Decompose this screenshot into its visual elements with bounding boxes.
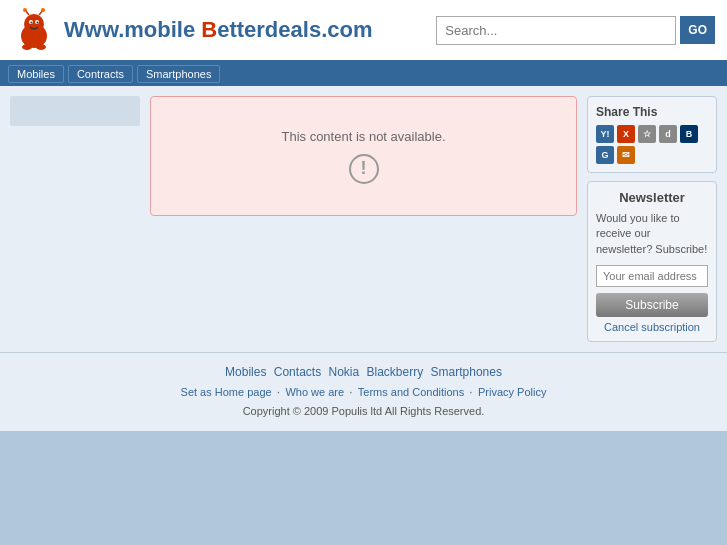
newsletter-title: Newsletter	[596, 190, 708, 205]
left-sidebar	[10, 96, 140, 126]
search-input[interactable]	[436, 16, 676, 45]
yahoo-share-icon[interactable]: Y!	[596, 125, 614, 143]
copyright-text: Copyright © 2009 Populis ltd All Rights …	[10, 405, 717, 417]
svg-point-7	[23, 8, 27, 12]
star-share-icon[interactable]: ☆	[638, 125, 656, 143]
svg-point-4	[31, 22, 33, 24]
footer-link-blackberry[interactable]: Blackberry	[367, 365, 424, 379]
newsletter-box: Newsletter Would you like to receive our…	[587, 181, 717, 342]
footer-link-mobiles[interactable]: Mobiles	[225, 365, 266, 379]
email-share-icon[interactable]: ✉	[617, 146, 635, 164]
blue-share-icon[interactable]: B	[680, 125, 698, 143]
logo-area: Www.mobile Betterdeals.com	[12, 8, 372, 52]
right-sidebar: Share This Y! X ☆ d B G ✉ Newsletter Wou…	[587, 96, 717, 342]
svg-point-9	[41, 8, 45, 12]
svg-point-11	[36, 44, 46, 50]
footer-home-link[interactable]: Set as Home page	[181, 386, 272, 398]
logo-prefix: Www.mobile	[64, 17, 201, 42]
search-area: GO	[436, 16, 715, 45]
cancel-subscription-link[interactable]: Cancel subscription	[596, 321, 708, 333]
footer-nav: Mobiles Contacts Nokia Blackberry Smartp…	[10, 365, 717, 379]
header: Www.mobile Betterdeals.com GO	[0, 0, 727, 62]
bottom-blue-area	[0, 431, 727, 545]
not-available-text: This content is not available.	[281, 129, 445, 144]
nav-item-mobiles[interactable]: Mobiles	[8, 65, 64, 83]
footer-privacy-link[interactable]: Privacy Policy	[478, 386, 546, 398]
delicious-share-icon[interactable]: d	[659, 125, 677, 143]
nav-item-contracts[interactable]: Contracts	[68, 65, 133, 83]
nav-item-smartphones[interactable]: Smartphones	[137, 65, 220, 83]
main-layout: This content is not available. ! Share T…	[0, 86, 727, 352]
footer-link-contacts[interactable]: Contacts	[274, 365, 321, 379]
center-content: This content is not available. !	[150, 96, 577, 342]
svg-point-5	[37, 22, 39, 24]
logo-mascot-icon	[12, 8, 56, 52]
warning-icon: !	[349, 154, 379, 184]
logo-rest: etterdeals.com	[217, 17, 372, 42]
not-available-box: This content is not available. !	[150, 96, 577, 216]
email-input[interactable]	[596, 265, 708, 287]
svg-point-1	[24, 14, 44, 34]
footer-link-nokia[interactable]: Nokia	[328, 365, 359, 379]
go-button[interactable]: GO	[680, 16, 715, 44]
nav-bar: Mobiles Contracts Smartphones	[0, 62, 727, 86]
x-share-icon[interactable]: X	[617, 125, 635, 143]
subscribe-button[interactable]: Subscribe	[596, 293, 708, 317]
share-icons: Y! X ☆ d B G ✉	[596, 125, 708, 164]
newsletter-description: Would you like to receive our newsletter…	[596, 211, 708, 257]
footer-secondary: Set as Home page · Who we are · Terms an…	[10, 385, 717, 399]
logo-text: Www.mobile Betterdeals.com	[64, 17, 372, 43]
svg-point-10	[22, 44, 32, 50]
footer-terms-link[interactable]: Terms and Conditions	[358, 386, 464, 398]
logo-brand: B	[201, 17, 217, 42]
share-box: Share This Y! X ☆ d B G ✉	[587, 96, 717, 173]
footer-who-link[interactable]: Who we are	[285, 386, 344, 398]
footer-links: Mobiles Contacts Nokia Blackberry Smartp…	[0, 352, 727, 431]
footer-link-smartphones[interactable]: Smartphones	[431, 365, 502, 379]
share-title: Share This	[596, 105, 708, 119]
google-share-icon[interactable]: G	[596, 146, 614, 164]
